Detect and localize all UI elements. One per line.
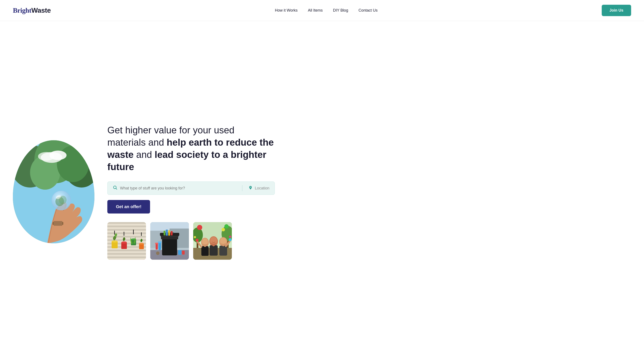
- nav-link-how-it-works[interactable]: How it Works: [275, 8, 298, 13]
- hero-section: Get higher value for your used materials…: [0, 21, 644, 362]
- nav-link-contact-us[interactable]: Contact Us: [358, 8, 378, 13]
- svg-rect-15: [54, 221, 62, 226]
- headline-part2: and: [134, 149, 154, 160]
- svg-point-85: [229, 236, 231, 238]
- svg-rect-28: [107, 253, 146, 255]
- hero-image-placeholder: [13, 140, 94, 243]
- svg-rect-56: [164, 231, 165, 235]
- svg-point-72: [222, 228, 225, 231]
- thumbnail-row: [107, 222, 275, 260]
- svg-point-81: [220, 238, 226, 245]
- location-section: Location: [248, 186, 270, 191]
- svg-rect-59: [171, 231, 172, 235]
- logo-waste-text: Waste: [31, 7, 51, 14]
- svg-point-33: [121, 241, 127, 244]
- svg-point-83: [228, 238, 232, 241]
- hero-image: [13, 140, 94, 243]
- svg-point-37: [139, 243, 144, 244]
- navbar: BrightWaste How it Works All Items DIY B…: [0, 0, 644, 21]
- join-us-button[interactable]: Join Us: [602, 5, 631, 16]
- svg-point-16: [114, 186, 116, 189]
- search-left: [113, 185, 236, 191]
- svg-rect-47: [162, 237, 177, 255]
- hero-headline: Get higher value for your used materials…: [107, 124, 275, 173]
- svg-point-84: [194, 236, 196, 238]
- svg-point-82: [196, 239, 198, 242]
- nav-item-contact-us[interactable]: Contact Us: [358, 8, 378, 13]
- search-bar: Location: [107, 182, 275, 195]
- svg-rect-77: [210, 245, 218, 256]
- svg-point-78: [210, 237, 217, 245]
- svg-rect-19: [107, 222, 146, 224]
- location-placeholder: Location: [255, 186, 270, 191]
- svg-rect-22: [107, 232, 146, 234]
- svg-rect-74: [201, 246, 209, 256]
- nav-item-diy-blog[interactable]: DIY Blog: [333, 8, 348, 13]
- svg-rect-61: [182, 251, 184, 254]
- svg-rect-55: [155, 243, 158, 244]
- svg-point-8: [38, 152, 54, 161]
- svg-rect-40: [133, 230, 134, 234]
- thumbnail-1: [107, 222, 146, 260]
- logo-bright-text: Bright: [13, 7, 31, 14]
- svg-point-71: [224, 224, 228, 229]
- svg-rect-23: [107, 236, 146, 238]
- svg-point-31: [112, 240, 118, 242]
- svg-point-70: [197, 225, 202, 230]
- thumbnail-2: [150, 222, 189, 260]
- nav-item-all-items[interactable]: All Items: [308, 8, 323, 13]
- svg-rect-60: [178, 250, 182, 255]
- search-input[interactable]: [120, 186, 236, 191]
- search-icon: [113, 185, 118, 191]
- get-offer-button[interactable]: Get an offer!: [107, 200, 150, 213]
- svg-rect-29: [107, 256, 146, 258]
- svg-rect-52: [158, 242, 161, 250]
- logo: BrightWaste: [13, 7, 51, 15]
- nav-link-diy-blog[interactable]: DIY Blog: [333, 8, 348, 13]
- thumbnail-3: [193, 222, 232, 260]
- nav-link-all-items[interactable]: All Items: [308, 8, 323, 13]
- svg-rect-20: [107, 226, 146, 227]
- hero-content: Get higher value for your used materials…: [107, 124, 275, 260]
- svg-rect-54: [156, 244, 158, 250]
- svg-point-62: [156, 251, 160, 255]
- svg-rect-39: [124, 232, 124, 236]
- svg-rect-53: [158, 241, 162, 243]
- svg-rect-57: [166, 230, 168, 236]
- svg-rect-38: [114, 231, 115, 235]
- svg-rect-41: [141, 232, 142, 236]
- svg-rect-21: [107, 229, 146, 231]
- svg-rect-80: [220, 246, 227, 256]
- svg-line-17: [116, 189, 117, 190]
- location-icon: [248, 186, 253, 191]
- nav-links: How it Works All Items DIY Blog Contact …: [275, 8, 378, 13]
- svg-rect-27: [107, 250, 146, 251]
- nav-item-how-it-works[interactable]: How it Works: [275, 8, 298, 13]
- svg-rect-58: [168, 230, 170, 236]
